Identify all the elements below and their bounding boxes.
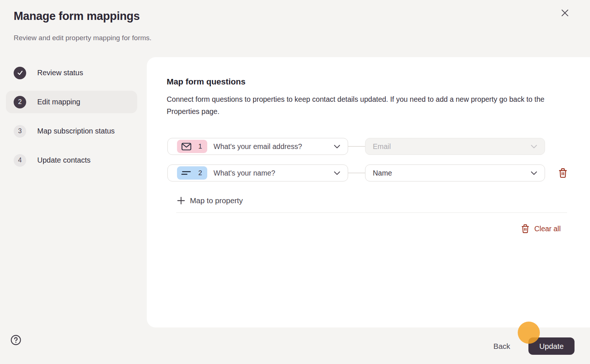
question-order: 2	[198, 169, 202, 177]
step-label: Map subscription status	[37, 127, 115, 135]
content-panel: Map form questions Connect form question…	[147, 57, 590, 327]
plus-icon	[177, 197, 185, 205]
mapping-row: 1 What's your email address? Email	[167, 138, 545, 155]
add-mapping-button[interactable]: Map to property	[177, 195, 243, 206]
step-number-circle: 4	[14, 154, 26, 167]
clear-all-label: Clear all	[534, 225, 561, 233]
close-button[interactable]	[558, 6, 572, 20]
question-mark-icon	[10, 334, 22, 346]
trash-icon	[558, 168, 568, 178]
mapping-connector-line	[348, 173, 365, 173]
clear-all-button[interactable]: Clear all	[521, 223, 561, 234]
step-label: Update contacts	[37, 156, 91, 164]
add-mapping-label: Map to property	[190, 196, 243, 205]
short-text-icon	[181, 170, 191, 176]
question-label: What's your name?	[214, 169, 334, 177]
section-divider	[176, 212, 567, 213]
step-sidebar: Review status 2 Edit mapping 3 Map subsc…	[6, 62, 137, 178]
chevron-down-icon	[334, 171, 340, 175]
question-select-email[interactable]: 1 What's your email address?	[167, 138, 348, 155]
page-subtitle: Review and edit property mapping for for…	[14, 34, 152, 42]
step-done-circle	[14, 67, 26, 79]
section-description: Connect form questions to properties to …	[167, 93, 547, 118]
question-order: 1	[198, 142, 202, 150]
mapping-row: 2 What's your name? Name	[167, 164, 568, 181]
question-select-name[interactable]: 2 What's your name?	[167, 164, 348, 181]
mapping-connector-line	[348, 146, 365, 147]
section-heading: Map form questions	[167, 77, 246, 87]
trash-icon	[521, 224, 530, 233]
step-number-circle: 3	[14, 125, 26, 138]
step-update-contacts[interactable]: 4 Update contacts	[6, 149, 137, 171]
update-button[interactable]: Update	[528, 337, 575, 355]
step-label: Review status	[37, 69, 83, 77]
step-number-circle: 2	[14, 96, 26, 108]
checkmark-icon	[17, 70, 23, 76]
property-select-name[interactable]: Name	[365, 164, 545, 181]
back-button[interactable]: Back	[483, 337, 521, 355]
close-icon	[560, 8, 569, 17]
property-value: Email	[373, 142, 391, 151]
remove-mapping-button[interactable]	[558, 168, 568, 178]
question-type-badge: 1	[177, 140, 207, 153]
property-select-email: Email	[365, 138, 545, 155]
page-title: Manage form mappings	[14, 10, 140, 23]
property-value: Name	[373, 169, 392, 177]
help-button[interactable]	[10, 334, 22, 346]
step-label: Edit mapping	[37, 98, 80, 106]
step-edit-mapping[interactable]: 2 Edit mapping	[6, 91, 137, 113]
question-label: What's your email address?	[214, 142, 334, 151]
email-icon	[181, 143, 191, 150]
step-review-status[interactable]: Review status	[6, 62, 137, 84]
chevron-down-icon	[531, 145, 537, 149]
step-map-subscription-status[interactable]: 3 Map subscription status	[6, 120, 137, 142]
chevron-down-icon	[531, 171, 537, 175]
chevron-down-icon	[334, 145, 340, 149]
question-type-badge: 2	[177, 166, 207, 180]
